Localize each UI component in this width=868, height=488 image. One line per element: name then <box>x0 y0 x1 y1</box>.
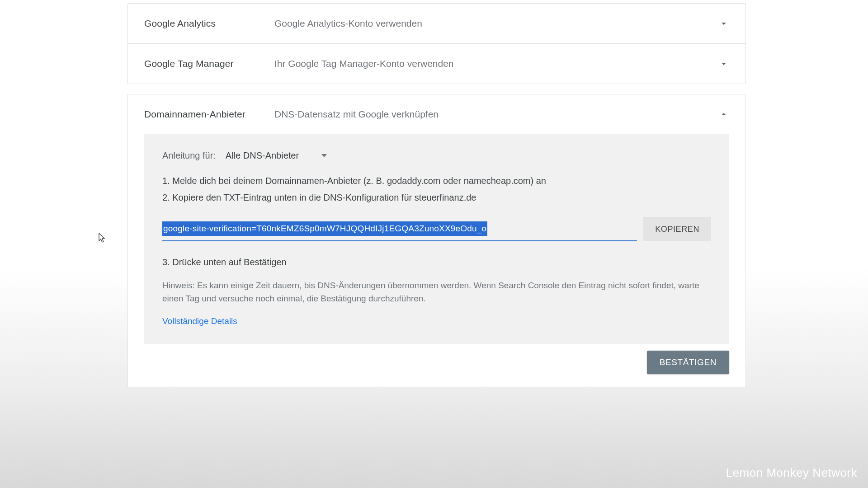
full-details-link[interactable]: Vollständige Details <box>162 316 237 326</box>
dns-note: Hinweis: Es kann einige Zeit dauern, bis… <box>162 279 711 305</box>
step-2: 2. Kopiere den TXT-Eintrag unten in die … <box>162 189 711 206</box>
accordion-desc-analytics: Google Analytics-Konto verwenden <box>274 18 718 29</box>
step-2-text: 2. Kopiere den TXT-Eintrag unten in die … <box>162 192 415 202</box>
copy-button[interactable]: KOPIEREN <box>643 217 711 241</box>
watermark-text: Lemon Monkey Network <box>726 466 857 480</box>
accordion-title-domain: Domainnamen-Anbieter <box>144 109 274 120</box>
chevron-down-icon <box>718 58 729 69</box>
accordion-tagmanager[interactable]: Google Tag Manager Ihr Google Tag Manage… <box>128 44 745 84</box>
accordion-title-tagmanager: Google Tag Manager <box>144 58 274 69</box>
accordion-desc-tagmanager: Ihr Google Tag Manager-Konto verwenden <box>274 58 718 69</box>
accordion-desc-domain: DNS-Datensatz mit Google verknüpfen <box>274 109 718 120</box>
dropdown-arrow-icon <box>321 154 327 157</box>
step-3-bold: Bestätigen <box>244 257 287 267</box>
confirm-button[interactable]: BESTÄTIGEN <box>647 351 729 374</box>
accordion-title-analytics: Google Analytics <box>144 18 274 29</box>
instruction-for-label: Anleitung für: <box>162 150 216 161</box>
step-3: 3. Drücke unten auf Bestätigen <box>162 254 711 271</box>
step-2-domain: steuerfinanz.de <box>415 192 476 202</box>
step-3-text: 3. Drücke unten auf <box>162 257 244 267</box>
accordion-analytics[interactable]: Google Analytics Google Analytics-Konto … <box>128 4 745 43</box>
accordion-domain[interactable]: Domainnamen-Anbieter DNS-Datensatz mit G… <box>128 94 745 134</box>
step-1: 1. Melde dich bei deinem Domainnamen-Anb… <box>162 173 711 189</box>
mouse-cursor-icon <box>99 233 107 244</box>
domain-instructions-panel: Anleitung für: Alle DNS-Anbieter 1. Meld… <box>144 134 729 344</box>
chevron-up-icon <box>718 109 729 120</box>
dns-provider-dropdown[interactable]: Alle DNS-Anbieter <box>226 150 327 161</box>
txt-record-value: google-site-verification=T60nkEMZ6Sp0mW7… <box>162 221 487 236</box>
chevron-down-icon <box>718 18 729 29</box>
txt-record-field[interactable]: google-site-verification=T60nkEMZ6Sp0mW7… <box>162 217 637 241</box>
dns-provider-selected: Alle DNS-Anbieter <box>226 150 299 161</box>
